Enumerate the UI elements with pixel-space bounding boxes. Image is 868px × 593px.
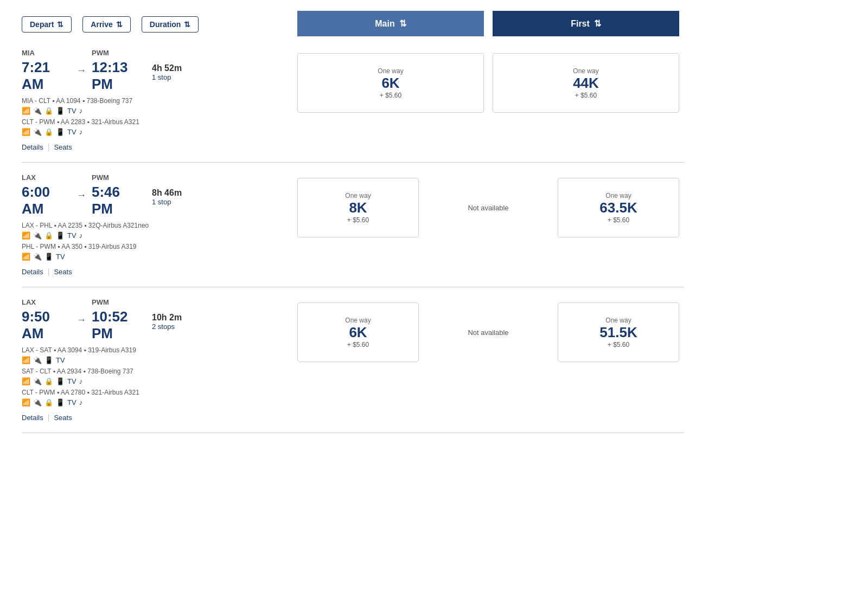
- music-icon: ♪: [79, 231, 83, 240]
- amenities: 📶 🔌 📱 TV: [22, 253, 293, 261]
- segment-route: SAT - CLT ▪ AA 2934 ▪ 738-Boeing 737: [22, 368, 293, 375]
- stops: 2 stops: [152, 323, 239, 331]
- segment-route: PHL - PWM ▪ AA 350 ▪ 319-Airbus A319: [22, 243, 293, 250]
- main-tab-label: Main: [375, 19, 394, 29]
- wifi-icon: 📶: [22, 107, 30, 115]
- music-icon: ♪: [79, 107, 83, 115]
- extra-first-price-cell[interactable]: One way 51.5K + $5.60: [553, 298, 684, 366]
- tv-icon: TV: [67, 107, 76, 115]
- phone-icon: 📱: [44, 253, 53, 261]
- depart-airport: LAX: [22, 298, 71, 306]
- tv-icon: TV: [67, 398, 76, 407]
- amenities: 📶 🔌 🔒 📱 TV ♪: [22, 377, 293, 385]
- depart-sort-label: Depart: [30, 20, 54, 29]
- first-price-fee: + $5.60: [575, 92, 597, 99]
- main-price-cell[interactable]: One way 6K + $5.60: [293, 49, 488, 117]
- phone-icon: 📱: [56, 377, 65, 385]
- wifi-icon: 📶: [22, 398, 30, 407]
- extra-first-amount: 63.5K: [599, 199, 637, 216]
- arrive-time: 12:13 PM: [92, 59, 141, 93]
- power-icon: 🔌: [33, 377, 42, 385]
- first-tab-header: First ⇅: [488, 11, 684, 38]
- arrive-sort-button[interactable]: Arrive ⇅: [82, 16, 130, 33]
- main-tab-button[interactable]: Main ⇅: [297, 11, 484, 36]
- segment-route: CLT - PWM ▪ AA 2780 ▪ 321-Airbus A321: [22, 389, 293, 396]
- first-price-cell[interactable]: One way 44K + $5.60: [488, 49, 684, 117]
- wifi-icon: 📶: [22, 253, 30, 261]
- arrive-airport: PWM: [92, 49, 141, 57]
- duration: 8h 46m: [152, 188, 239, 198]
- details-button[interactable]: Details: [22, 143, 43, 151]
- seats-button[interactable]: Seats: [54, 413, 72, 422]
- stops: 1 stop: [152, 198, 239, 206]
- amenities: 📶 🔌 🔒 📱 TV ♪: [22, 398, 293, 407]
- arrow-icon: →: [76, 314, 86, 326]
- tv-icon: TV: [56, 253, 65, 261]
- not-available-text: Not available: [468, 328, 508, 337]
- tv-icon: TV: [67, 128, 76, 136]
- segment-route: MIA - CLT ▪ AA 1094 ▪ 738-Boeing 737: [22, 97, 293, 105]
- segment-route: CLT - PWM ▪ AA 2283 ▪ 321-Airbus A321: [22, 118, 293, 126]
- arrive-time: 5:46 PM: [92, 184, 141, 217]
- main-price-label: One way: [345, 317, 371, 324]
- segment-route: LAX - SAT ▪ AA 3094 ▪ 319-Airbus A319: [22, 346, 293, 354]
- depart-airport: MIA: [22, 49, 71, 57]
- main-price-amount: 6K: [349, 324, 367, 341]
- arrive-airport: PWM: [92, 298, 141, 306]
- separator: |: [48, 413, 50, 422]
- main-price-cell[interactable]: One way 6K + $5.60: [293, 298, 423, 366]
- depart-sort-button[interactable]: Depart ⇅: [22, 16, 72, 33]
- lock-icon: 🔒: [44, 398, 53, 407]
- separator: |: [48, 267, 50, 276]
- tv-icon: TV: [67, 231, 76, 240]
- phone-icon: 📱: [44, 356, 53, 364]
- header-row: Depart ⇅ Arrive ⇅ Duration ⇅ Main ⇅ F: [22, 11, 684, 38]
- phone-icon: 📱: [56, 231, 65, 240]
- main-tab-icon: ⇅: [399, 18, 406, 29]
- duration: 4h 52m: [152, 63, 239, 73]
- main-price-amount: 8K: [349, 199, 367, 216]
- duration-sort-label: Duration: [150, 20, 181, 29]
- seats-button[interactable]: Seats: [54, 143, 72, 151]
- power-icon: 🔌: [33, 107, 42, 115]
- lock-icon: 🔒: [44, 128, 53, 136]
- duration-sort-button[interactable]: Duration ⇅: [142, 16, 199, 33]
- phone-icon: 📱: [56, 107, 65, 115]
- extra-first-label: One way: [605, 317, 631, 324]
- main-price-cell[interactable]: One way 8K + $5.60: [293, 173, 423, 242]
- phone-icon: 📱: [56, 398, 65, 407]
- first-tab-label: First: [571, 19, 590, 29]
- lock-icon: 🔒: [44, 231, 53, 240]
- depart-sort-icon: ⇅: [57, 20, 63, 29]
- lock-icon: 🔒: [44, 377, 53, 385]
- first-not-available-cell: Not available: [423, 173, 553, 242]
- extra-first-fee: + $5.60: [608, 341, 629, 349]
- music-icon: ♪: [79, 377, 83, 385]
- seats-button[interactable]: Seats: [54, 267, 72, 276]
- segment-route: LAX - PHL ▪ AA 2235 ▪ 32Q-Airbus A321neo: [22, 222, 293, 229]
- first-price-amount: 44K: [573, 75, 599, 92]
- music-icon: ♪: [79, 128, 83, 136]
- depart-time: 6:00 AM: [22, 184, 71, 217]
- main-price-amount: 6K: [381, 75, 399, 92]
- duration-sort-icon: ⇅: [184, 20, 190, 29]
- power-icon: 🔌: [33, 128, 42, 136]
- details-button[interactable]: Details: [22, 413, 43, 422]
- amenities: 📶 🔌 🔒 📱 TV ♪: [22, 231, 293, 240]
- wifi-icon: 📶: [22, 377, 30, 385]
- amenities: 📶 🔌 🔒 📱 TV ♪: [22, 107, 293, 115]
- extra-first-price-cell[interactable]: One way 63.5K + $5.60: [553, 173, 684, 242]
- depart-time: 9:50 AM: [22, 308, 71, 342]
- flight-row: LAX 6:00 AM → PWM 5:46 PM 8h 46m 1 stop …: [22, 163, 684, 287]
- phone-icon: 📱: [56, 128, 65, 136]
- first-tab-button[interactable]: First ⇅: [493, 11, 679, 36]
- extra-first-amount: 51.5K: [599, 324, 637, 341]
- music-icon: ♪: [79, 398, 83, 407]
- first-tab-icon: ⇅: [594, 18, 601, 29]
- stops: 1 stop: [152, 73, 239, 81]
- depart-time: 7:21 AM: [22, 59, 71, 93]
- arrive-sort-icon: ⇅: [116, 20, 123, 29]
- first-not-available-cell: Not available: [423, 298, 553, 366]
- depart-airport: LAX: [22, 173, 71, 182]
- details-button[interactable]: Details: [22, 267, 43, 276]
